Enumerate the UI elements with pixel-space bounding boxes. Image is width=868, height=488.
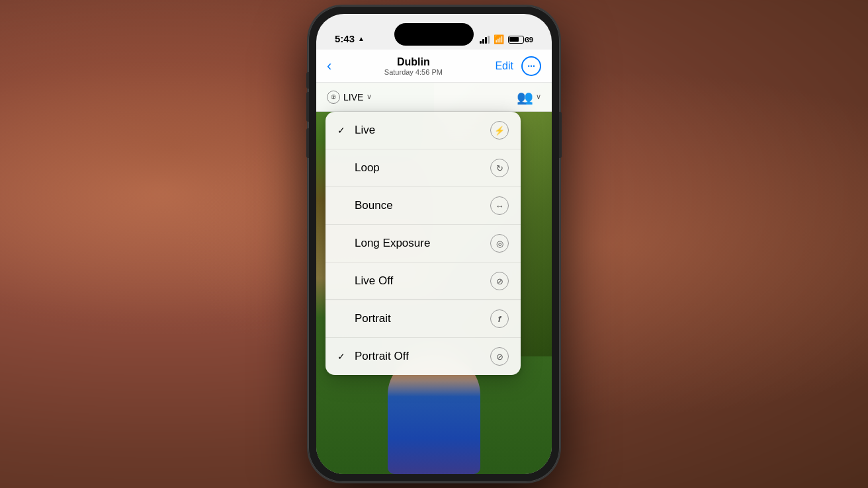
battery-percent: 39 xyxy=(525,36,533,44)
dynamic-island xyxy=(394,23,474,46)
live-menu-icon: ⚡ xyxy=(490,121,509,140)
menu-item-portrait-off[interactable]: ✓ Portrait Off ⊘ xyxy=(326,338,521,375)
live-photo-menu: ✓ Live ⚡ Loop ↻ xyxy=(326,112,521,375)
menu-item-long-exposure-left: Long Exposure xyxy=(337,237,430,250)
live-off-menu-icon: ⊘ xyxy=(490,272,509,290)
nav-right-buttons: Edit ··· xyxy=(495,56,541,76)
live-bolt-icon: ⚡ xyxy=(494,126,505,136)
loop-menu-icon: ↻ xyxy=(490,159,509,177)
portrait-menu-icon: f xyxy=(490,309,509,328)
signal-icon xyxy=(480,36,490,44)
menu-item-live-left: ✓ Live xyxy=(337,124,375,137)
battery-body xyxy=(508,36,524,44)
live-button[interactable]: ② LIVE ∨ xyxy=(327,91,372,104)
edit-button[interactable]: Edit xyxy=(495,60,513,72)
location-arrow-icon: ▲ xyxy=(358,35,365,42)
menu-item-live[interactable]: ✓ Live ⚡ xyxy=(326,112,521,149)
nav-title: Dublin Saturday 4:56 PM xyxy=(384,56,443,76)
mute-switch[interactable] xyxy=(306,72,309,89)
wifi-icon: 📶 xyxy=(494,34,504,44)
live-chevron-icon: ∨ xyxy=(367,93,372,101)
status-time: 5:43 ▲ xyxy=(335,33,365,44)
battery-fill xyxy=(509,37,518,42)
menu-item-portrait-off-left: ✓ Portrait Off xyxy=(337,350,409,363)
volume-up-button[interactable] xyxy=(306,92,309,122)
bounce-arrows-icon: ↔ xyxy=(496,201,504,211)
live-symbol: ② xyxy=(331,94,336,101)
menu-item-live-off-left: Live Off xyxy=(337,274,393,288)
portrait-aperture-icon: f xyxy=(498,314,501,324)
volume-down-button[interactable] xyxy=(306,128,309,158)
navigation-bar: ‹ Dublin Saturday 4:56 PM Edit ··· xyxy=(316,50,552,83)
signal-bar-2 xyxy=(482,39,484,44)
people-icon: 👥 xyxy=(517,89,533,105)
people-chevron-icon: ∨ xyxy=(536,93,541,101)
live-label-text: Live xyxy=(355,124,375,137)
menu-item-portrait-left: Portrait xyxy=(337,312,391,325)
photo-toolbar: ② LIVE ∨ 👥 ∨ xyxy=(316,83,552,112)
phone-screen: 5:43 ▲ 📶 39 xyxy=(316,14,552,474)
loop-arrow-icon: ↻ xyxy=(496,163,503,173)
live-checkmark: ✓ xyxy=(337,125,348,136)
ellipsis-icon: ··· xyxy=(527,61,535,71)
menu-item-bounce-left: Bounce xyxy=(337,199,393,212)
portrait-label-text: Portrait xyxy=(355,312,391,325)
menu-item-loop-left: Loop xyxy=(337,161,380,175)
long-exposure-label-text: Long Exposure xyxy=(355,237,430,250)
menu-item-live-off[interactable]: Live Off ⊘ xyxy=(326,263,521,300)
menu-item-loop[interactable]: Loop ↻ xyxy=(326,149,521,187)
menu-item-bounce[interactable]: Bounce ↔ xyxy=(326,187,521,225)
album-title: Dublin xyxy=(384,56,443,68)
back-button[interactable]: ‹ xyxy=(327,58,331,75)
portrait-off-menu-icon: ⊘ xyxy=(490,347,509,366)
bounce-menu-icon: ↔ xyxy=(490,196,509,215)
status-icons: 📶 39 xyxy=(480,34,533,44)
more-button[interactable]: ··· xyxy=(521,56,541,76)
long-exposure-circle-icon: ◎ xyxy=(496,239,503,249)
menu-item-long-exposure[interactable]: Long Exposure ◎ xyxy=(326,225,521,263)
time-display: 5:43 xyxy=(335,33,355,44)
signal-bar-3 xyxy=(485,37,487,44)
live-off-slash-icon: ⊘ xyxy=(496,276,503,286)
portrait-off-slash-icon: ⊘ xyxy=(496,352,503,362)
bounce-label-text: Bounce xyxy=(355,199,393,212)
portrait-off-checkmark: ✓ xyxy=(337,351,348,362)
menu-item-portrait[interactable]: Portrait f xyxy=(326,300,521,338)
live-off-label-text: Live Off xyxy=(355,274,393,288)
phone-frame: 5:43 ▲ 📶 39 xyxy=(308,6,560,482)
battery-icon: 39 xyxy=(508,36,533,44)
portrait-off-label-text: Portrait Off xyxy=(355,350,409,363)
phone-body: 5:43 ▲ 📶 39 xyxy=(308,6,560,482)
long-exposure-menu-icon: ◎ xyxy=(490,234,509,253)
people-button[interactable]: 👥 ∨ xyxy=(517,89,541,105)
signal-bar-1 xyxy=(480,41,482,44)
live-label: LIVE xyxy=(343,92,363,102)
signal-bar-4 xyxy=(488,36,490,44)
side-button[interactable] xyxy=(559,112,562,158)
photo-date: Saturday 4:56 PM xyxy=(384,68,443,76)
loop-label-text: Loop xyxy=(355,161,380,175)
live-icon: ② xyxy=(327,91,340,104)
